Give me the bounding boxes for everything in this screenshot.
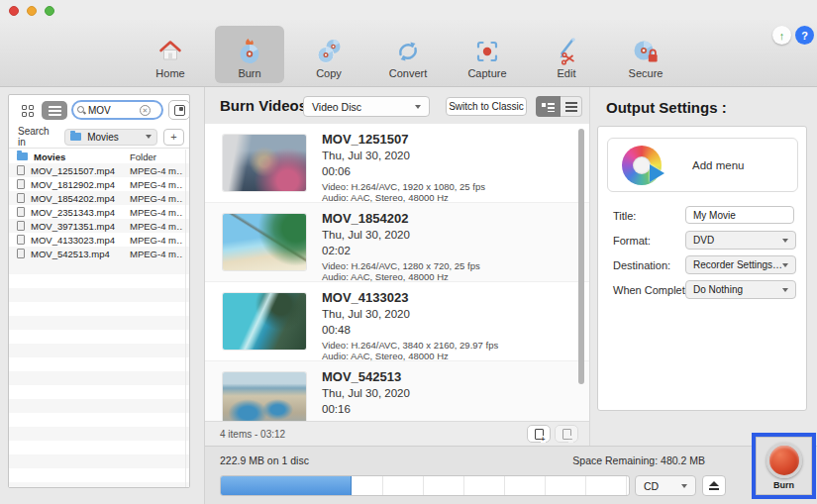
file-row[interactable]: MOV_2351343.mp4 MPEG-4 m… bbox=[9, 205, 189, 219]
list-view-button[interactable] bbox=[42, 101, 67, 120]
file-type: MPEG-4 m… bbox=[130, 249, 183, 259]
media-browser-sidebar: ✕ Search in Movies + Movies Folder MOV_1… bbox=[8, 94, 190, 488]
video-name: MOV_4133023 bbox=[322, 290, 408, 305]
toolbar-item-copy[interactable]: Copy bbox=[294, 26, 363, 83]
remove-file-icon bbox=[562, 429, 571, 440]
destination-dropdown[interactable]: Recorder Settings… bbox=[685, 255, 796, 274]
video-date: Thu, Jul 30, 2020 bbox=[322, 229, 410, 241]
search-in-label: Search in bbox=[18, 126, 57, 148]
destination-label: Destination: bbox=[613, 259, 670, 271]
movie-title-input[interactable] bbox=[685, 206, 794, 224]
remove-video-button[interactable] bbox=[555, 425, 578, 443]
eject-button[interactable] bbox=[702, 475, 726, 496]
audio-codec-info: Audio: AAC, Stereo, 48000 Hz bbox=[322, 351, 449, 361]
title-field-row: Title: bbox=[598, 206, 806, 226]
media-type-value: CD bbox=[644, 480, 681, 492]
file-type: MPEG-4 m… bbox=[130, 235, 183, 246]
file-type: Folder bbox=[130, 151, 183, 162]
toolbar-item-burn[interactable]: Burn bbox=[215, 26, 284, 83]
items-summary: 4 items - 03:12 bbox=[220, 429, 285, 440]
add-menu-button[interactable]: Add menu bbox=[607, 138, 798, 192]
clear-search-icon[interactable]: ✕ bbox=[140, 105, 151, 116]
audio-codec-info: Audio: AAC, Stereo, 48000 Hz bbox=[322, 192, 449, 203]
video-date: Thu, Jul 30, 2020 bbox=[322, 150, 410, 161]
location-dropdown[interactable]: Movies bbox=[64, 129, 157, 146]
zoom-window-icon[interactable] bbox=[45, 6, 54, 16]
toolbar-item-secure[interactable]: Secure bbox=[611, 26, 680, 83]
add-video-button[interactable] bbox=[527, 425, 551, 443]
chevron-down-icon bbox=[415, 105, 421, 109]
toolbar-item-home[interactable]: Home bbox=[136, 26, 205, 83]
file-row[interactable]: MOV_1251507.mp4 MPEG-4 m… bbox=[9, 163, 189, 177]
disc-usage-fill bbox=[221, 476, 352, 495]
media-browser-button[interactable] bbox=[168, 100, 190, 120]
audio-codec-info: Audio: AAC, Stereo, 48000 Hz bbox=[322, 271, 449, 282]
disc-usage-text: 222.9 MB on 1 disc bbox=[220, 454, 309, 466]
burn-button[interactable]: Burn bbox=[756, 437, 812, 495]
file-row[interactable]: MOV_1854202.mp4 MPEG-4 m… bbox=[9, 191, 189, 205]
toolbar-label: Capture bbox=[467, 67, 506, 83]
add-location-button[interactable]: + bbox=[163, 129, 184, 146]
file-row[interactable]: MOV_1812902.mp4 MPEG-4 m… bbox=[9, 177, 189, 191]
chevron-down-icon bbox=[782, 239, 788, 243]
toolbar-item-edit[interactable]: Edit bbox=[532, 26, 601, 83]
search-input[interactable] bbox=[88, 105, 140, 116]
media-browser-icon bbox=[174, 105, 185, 116]
switch-to-classic-button[interactable]: Switch to Classic bbox=[446, 97, 527, 116]
video-codec-info: Video: H.264/AVC, 1920 x 1080, 25 fps bbox=[322, 181, 485, 192]
toolbar-label: Secure bbox=[629, 67, 664, 83]
scrollbar-thumb[interactable] bbox=[578, 129, 584, 384]
video-name: MOV_1251507 bbox=[322, 132, 408, 147]
home-icon bbox=[155, 35, 185, 66]
video-duration: 00:16 bbox=[322, 403, 351, 415]
output-settings-heading: Output Settings : bbox=[606, 99, 727, 116]
panel-divider bbox=[589, 87, 590, 446]
column-divider bbox=[185, 150, 186, 487]
up-arrow-icon: ↑ bbox=[779, 30, 785, 42]
view-toggle bbox=[536, 96, 582, 117]
video-row[interactable]: MOV_542513 Thu, Jul 30, 2020 00:16 bbox=[205, 361, 589, 421]
close-window-icon[interactable] bbox=[9, 6, 19, 16]
file-row[interactable]: Movies Folder bbox=[9, 150, 189, 163]
media-type-dropdown[interactable]: CD bbox=[635, 475, 696, 496]
edit-icon bbox=[552, 35, 581, 66]
video-row[interactable]: MOV_1854202 Thu, Jul 30, 2020 02:02 Vide… bbox=[205, 203, 589, 282]
location-value: Movies bbox=[87, 132, 146, 143]
video-thumbnail bbox=[223, 372, 306, 421]
chevron-down-icon bbox=[782, 263, 788, 267]
file-row[interactable]: MOV_3971351.mp4 MPEG-4 m… bbox=[9, 219, 189, 233]
file-name: MOV_1251507.mp4 bbox=[31, 165, 118, 176]
video-row[interactable]: MOV_4133023 Thu, Jul 30, 2020 00:48 Vide… bbox=[205, 282, 589, 361]
grid-view-button[interactable] bbox=[16, 101, 40, 120]
toolbar-item-capture[interactable]: Capture bbox=[453, 26, 522, 83]
file-type: MPEG-4 m… bbox=[130, 165, 183, 176]
when-complete-label: When Complete: bbox=[613, 284, 694, 296]
disc-type-dropdown[interactable]: Video Disc bbox=[303, 96, 430, 117]
toolbar-label: Home bbox=[155, 67, 184, 83]
file-icon bbox=[17, 207, 25, 217]
file-list: Movies Folder MOV_1251507.mp4 MPEG-4 m… … bbox=[9, 150, 189, 487]
video-codec-info: Video: H.264/AVC, 1280 x 720, 25 fps bbox=[322, 260, 480, 271]
file-row[interactable]: MOV_4133023.mp4 MPEG-4 m… bbox=[9, 233, 189, 247]
burn-icon bbox=[235, 35, 264, 66]
sidebar-search[interactable]: ✕ bbox=[71, 100, 163, 120]
when-complete-dropdown[interactable]: Do Nothing bbox=[685, 280, 796, 299]
help-button[interactable]: ? bbox=[795, 26, 814, 45]
convert-icon bbox=[393, 35, 423, 66]
minimize-window-icon[interactable] bbox=[27, 6, 37, 16]
video-date: Thu, Jul 30, 2020 bbox=[322, 387, 410, 399]
file-icon bbox=[17, 235, 25, 245]
disc-type-value: Video Disc bbox=[312, 101, 415, 113]
detail-list-view-button[interactable] bbox=[536, 96, 561, 117]
detail-list-icon bbox=[542, 102, 555, 112]
file-row[interactable]: MOV_542513.mp4 MPEG-4 m… bbox=[9, 247, 189, 260]
format-dropdown[interactable]: DVD bbox=[685, 231, 796, 250]
chevron-down-icon bbox=[681, 484, 687, 488]
file-type: MPEG-4 m… bbox=[130, 179, 183, 190]
compact-list-view-button[interactable] bbox=[561, 96, 582, 117]
video-row[interactable]: MOV_1251507 Thu, Jul 30, 2020 00:06 Vide… bbox=[205, 124, 589, 203]
page-title: Burn Videos bbox=[220, 97, 307, 114]
update-button[interactable]: ↑ bbox=[772, 26, 791, 45]
toolbar-item-convert[interactable]: Convert bbox=[373, 26, 443, 83]
burn-record-icon[interactable] bbox=[766, 443, 802, 478]
